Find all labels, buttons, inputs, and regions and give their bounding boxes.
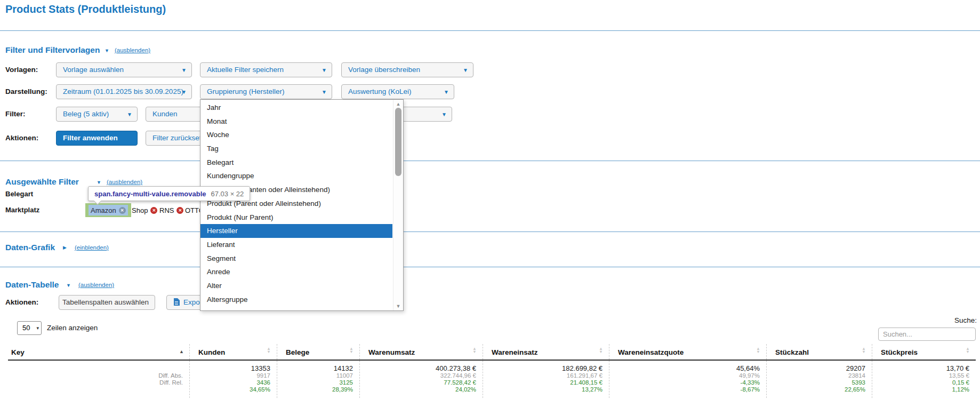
summary-kunden-cell: 13353 9917 3436 34,65% bbox=[189, 361, 277, 398]
remove-icon[interactable]: ✕ bbox=[176, 207, 183, 214]
button-label: Tabellenspalten auswählen bbox=[62, 298, 149, 306]
tabellenspalten-button[interactable]: Tabellenspalten auswählen ▼ bbox=[59, 295, 155, 310]
dropdown-item-kundengruppe[interactable]: Kundengruppe bbox=[200, 169, 392, 183]
table-header-row: Key ▲ Kunden ▲▼ Belege ▲▼ Warenumsatz ▲▼… bbox=[8, 344, 976, 361]
sort-icon[interactable]: ▲▼ bbox=[756, 347, 761, 354]
tag-amazon-inspected[interactable]: Amazon ✕ bbox=[85, 203, 131, 217]
dropdown-item-monat[interactable]: Monat bbox=[200, 115, 392, 129]
chevron-down-icon: ▼ bbox=[66, 283, 71, 288]
data-table: Key ▲ Kunden ▲▼ Belege ▲▼ Warenumsatz ▲▼… bbox=[8, 344, 976, 398]
tabelle-aktionen-label: Aktionen: bbox=[5, 298, 38, 306]
dropdown-item-segment[interactable]: Segment bbox=[200, 252, 392, 266]
select-value: Vorlage überschreiben bbox=[348, 66, 420, 74]
sort-icon[interactable]: ▲▼ bbox=[266, 347, 271, 354]
product-stats-page: Product Stats (Produktleistung) Filter u… bbox=[0, 0, 980, 399]
dropdown-item-tag[interactable]: Tag bbox=[200, 142, 392, 156]
dropdown-list: Jahr Monat Woche Tag Belegart Kundengrup… bbox=[200, 101, 392, 311]
dropdown-item-belegart[interactable]: Belegart bbox=[200, 156, 392, 170]
summary-wareneinsatz-cell: 182.699,82 € 161.291,67 € 21.408,15 € 13… bbox=[483, 361, 609, 398]
column-header-kunden[interactable]: Kunden ▲▼ bbox=[189, 344, 277, 360]
summary-belege-cell: 14132 11007 3125 28,39% bbox=[277, 361, 359, 398]
column-header-wareneinsatzquote[interactable]: Wareneinsatzquote ▲▼ bbox=[609, 344, 766, 360]
scrollbar-thumb[interactable] bbox=[395, 108, 401, 176]
dropdown-item-woche[interactable]: Woche bbox=[200, 128, 392, 142]
scroll-down-icon[interactable]: ▼ bbox=[393, 304, 403, 309]
vorlagen-label: Vorlagen: bbox=[5, 66, 38, 74]
dropdown-item-altersgruppe[interactable]: Altersgruppe bbox=[200, 293, 392, 307]
beleg-filter-select[interactable]: Beleg (5 aktiv) ▼ bbox=[56, 107, 138, 122]
dropdown-item-hersteller-selected[interactable]: Hersteller bbox=[200, 224, 392, 238]
vorlage-ueberschreiben-select[interactable]: Vorlage überschreiben ▼ bbox=[341, 62, 473, 77]
diff-rel-label: Diff. Rel. bbox=[8, 379, 189, 386]
column-header-belege[interactable]: Belege ▲▼ bbox=[277, 344, 359, 360]
chevron-down-icon: ▼ bbox=[97, 180, 101, 185]
tag-shop[interactable]: Shop ✕ bbox=[132, 203, 157, 217]
divider bbox=[0, 30, 980, 31]
filter-section-hide-link[interactable]: (ausblenden) bbox=[115, 47, 150, 53]
chevron-down-icon: ▼ bbox=[127, 108, 132, 122]
select-value: Zeitraum (01.01.2025 bis 30.09.2025) bbox=[63, 87, 183, 95]
daten-grafik-show-link[interactable]: (einblenden) bbox=[75, 244, 109, 251]
chevron-down-icon: ▼ bbox=[181, 85, 187, 99]
divider bbox=[0, 267, 980, 267]
dropdown-item-jahr[interactable]: Jahr bbox=[200, 101, 392, 115]
gruppierung-select[interactable]: Gruppierung (Hersteller) ▼ bbox=[200, 84, 332, 99]
select-value: Gruppierung (Hersteller) bbox=[207, 87, 285, 95]
dropdown-scrollbar[interactable]: ▲ ▼ bbox=[393, 100, 403, 310]
dropdown-item-produkt-nur-parent[interactable]: Produkt (Nur Parent) bbox=[200, 211, 392, 225]
remove-icon[interactable]: ✕ bbox=[119, 207, 126, 214]
tag-content: Amazon ✕ bbox=[89, 205, 128, 216]
daten-tabelle-hide-link[interactable]: (ausblenden) bbox=[78, 282, 114, 288]
chevron-down-icon: ▾ bbox=[36, 322, 39, 334]
rows-per-page-select[interactable]: 50 ▾ bbox=[17, 321, 42, 335]
select-value: Aktuelle Filter speichern bbox=[207, 66, 284, 74]
sort-ascending-icon[interactable]: ▲ bbox=[179, 349, 184, 354]
column-header-key[interactable]: Key ▲ bbox=[8, 344, 189, 360]
vorlage-auswaehlen-select[interactable]: Vorlage auswählen ▼ bbox=[56, 62, 192, 77]
dropdown-item-lieferant[interactable]: Lieferant bbox=[200, 238, 392, 252]
selected-filters-hide-link[interactable]: (ausblenden) bbox=[107, 179, 142, 185]
auswertung-select[interactable]: Auswertung (KoLei) ▼ bbox=[341, 84, 454, 99]
select-value: Vorlage auswählen bbox=[63, 66, 124, 74]
table-summary-row: Diff. Abs. Diff. Rel. 13353 9917 3436 34… bbox=[8, 361, 976, 398]
remove-icon[interactable]: ✕ bbox=[150, 207, 157, 214]
dropdown-item-alter[interactable]: Alter bbox=[200, 279, 392, 293]
zeitraum-select[interactable]: Zeitraum (01.01.2025 bis 30.09.2025) ▼ bbox=[56, 84, 192, 99]
summary-stueckzahl-cell: 29207 23814 5393 22,65% bbox=[766, 361, 872, 398]
page-title: Product Stats (Produktleistung) bbox=[5, 3, 166, 15]
chevron-down-icon: ▼ bbox=[463, 63, 468, 77]
filter-anwenden-button[interactable]: Filter anwenden bbox=[56, 131, 138, 146]
sort-icon[interactable]: ▲▼ bbox=[349, 347, 354, 354]
export-file-icon bbox=[173, 298, 180, 306]
sort-icon[interactable]: ▲▼ bbox=[472, 347, 477, 354]
dropdown-item-anrede[interactable]: Anrede bbox=[200, 265, 392, 279]
filter-speichern-select[interactable]: Aktuelle Filter speichern ▼ bbox=[200, 62, 332, 77]
chevron-down-icon: ▼ bbox=[105, 48, 109, 53]
column-header-stueckzahl[interactable]: Stückzahl ▲▼ bbox=[766, 344, 872, 360]
sort-icon[interactable]: ▲▼ bbox=[598, 347, 604, 354]
select-value: Kunden bbox=[152, 110, 178, 118]
column-header-warenumsatz[interactable]: Warenumsatz ▲▼ bbox=[359, 344, 483, 360]
daten-tabelle-title: Daten-Tabelle bbox=[5, 280, 59, 290]
rows-per-page-label: Zeilen anzeigen bbox=[47, 324, 98, 332]
filter-label: Filter: bbox=[5, 110, 26, 118]
sort-icon[interactable]: ▲▼ bbox=[861, 347, 866, 354]
chevron-right-icon: ▶ bbox=[63, 245, 67, 250]
tag-label: Shop bbox=[132, 206, 148, 214]
belegart-label: Belegart bbox=[5, 190, 33, 198]
divider bbox=[0, 161, 980, 161]
column-header-wareneinsatz[interactable]: Wareneinsatz ▲▼ bbox=[483, 344, 609, 360]
selected-filters-title: Ausgewählte Filter bbox=[5, 177, 79, 187]
summary-warenumsatz-cell: 400.273,38 € 322.744,96 € 77.528,42 € 24… bbox=[359, 361, 483, 398]
gruppierung-dropdown-panel: Jahr Monat Woche Tag Belegart Kundengrup… bbox=[200, 99, 404, 311]
sort-icon[interactable]: ▲▼ bbox=[965, 347, 970, 354]
inspected-selector: span.fancy-multi-value.removable bbox=[94, 190, 206, 198]
scroll-up-icon[interactable]: ▲ bbox=[393, 101, 403, 107]
darstellung-label: Darstellung: bbox=[5, 87, 47, 95]
dropdown-item-first-order[interactable]: First Order bbox=[200, 306, 392, 311]
select-value: 50 bbox=[22, 324, 30, 332]
search-input[interactable] bbox=[878, 328, 976, 341]
tag-rns[interactable]: RNS ✕ bbox=[159, 203, 183, 217]
column-header-stueckpreis[interactable]: Stückpreis ▲▼ bbox=[872, 344, 976, 360]
select-value: Beleg (5 aktiv) bbox=[63, 110, 109, 118]
